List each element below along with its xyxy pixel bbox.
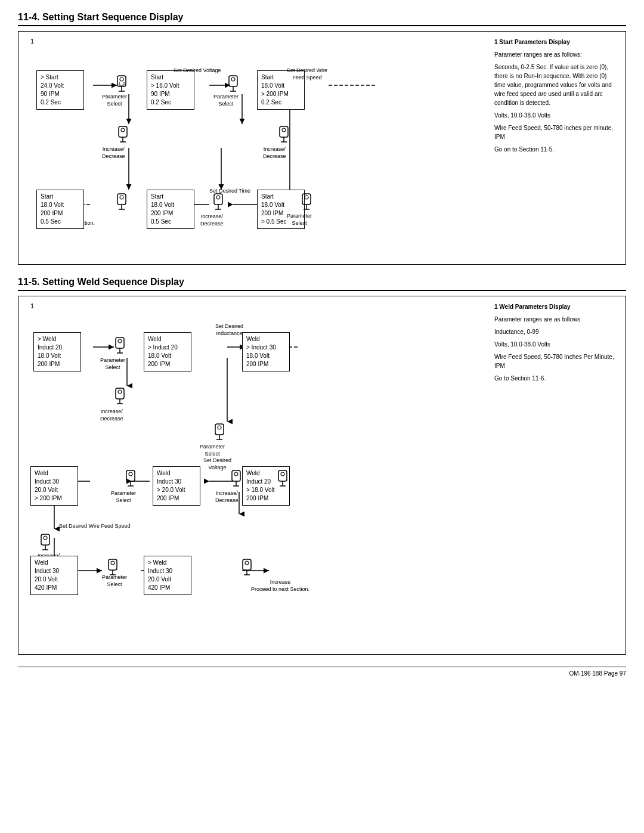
section5-num: 1 xyxy=(30,302,34,309)
box2-weld: Weld> Induct 2018.0 Volt200 IPM xyxy=(144,332,191,371)
touch-param-select-1[interactable] xyxy=(113,73,131,95)
set-inductance-label: Set DesiredInductance xyxy=(215,323,243,337)
touch5-param-3[interactable] xyxy=(274,468,292,490)
set-voltage-label: Set Desired Voltage xyxy=(174,67,221,75)
panel5-header: 1 Weld Parameters Display xyxy=(494,302,620,311)
touch5-param-2[interactable] xyxy=(210,422,228,443)
svg-point-67 xyxy=(118,390,122,394)
touch-increase[interactable] xyxy=(113,191,131,213)
touch-set-wire[interactable] xyxy=(275,124,293,145)
page-title-5: 11-5. Setting Weld Sequence Display xyxy=(18,277,626,291)
panel5-line3: Volts, 10.0-38.0 Volts xyxy=(494,340,620,349)
panel5-line5: Go to Section 11-6. xyxy=(494,374,620,383)
panel5-line1: Parameter ranges are as follows: xyxy=(494,315,620,324)
touch5-set-wire[interactable] xyxy=(36,532,54,553)
svg-point-30 xyxy=(282,128,286,132)
touch-param-select-3[interactable] xyxy=(224,73,242,95)
section4-box: 1 xyxy=(18,31,626,265)
increase-decrease5-1-label: Increase/Decrease xyxy=(100,408,123,422)
svg-point-18 xyxy=(120,78,123,81)
box4-weld: WeldInduct 3020.0 Volt> 200 IPM xyxy=(30,466,78,506)
panel4-line2: Seconds, 0-2.5 Sec. If value set is zero… xyxy=(494,63,620,107)
touch5-row3[interactable] xyxy=(104,557,122,578)
page-title-4: 11-4. Setting Start Sequence Display xyxy=(18,12,626,26)
svg-point-22 xyxy=(121,128,125,132)
section4-diagram: 1 xyxy=(24,38,482,258)
panel4-line1: Parameter ranges are as follows: xyxy=(494,50,620,59)
footer: OM-196 188 Page 97 xyxy=(18,667,626,677)
box5-weld: WeldInduct 30> 20.0 Volt200 IPM xyxy=(153,466,200,506)
section4-num: 1 xyxy=(30,38,34,45)
param-select5-1-label: ParameterSelect xyxy=(100,357,125,371)
box3-weld: Weld> Induct 3018.0 Volt200 IPM xyxy=(242,332,290,371)
box1-start: > Start24.0 Volt90 IPM0.2 Sec xyxy=(36,70,84,110)
svg-point-34 xyxy=(305,196,308,199)
svg-point-91 xyxy=(111,561,114,565)
param-select5-2-label: ParameterSelect xyxy=(200,444,225,457)
svg-point-42 xyxy=(120,196,123,199)
increase-decrease-label-3: Increase/Decrease xyxy=(200,213,224,227)
set-wire-label: Set Desired WireFeed Speed xyxy=(287,67,327,81)
touch-param-select-5[interactable] xyxy=(298,191,315,213)
touch-set-voltage[interactable] xyxy=(114,124,132,145)
touch5-incdec-2[interactable] xyxy=(227,468,245,490)
svg-point-71 xyxy=(218,426,221,429)
box1-weld: > WeldInduct 2018.0 Volt200 IPM xyxy=(33,332,81,371)
section5-diagram: 1 xyxy=(24,302,482,648)
panel4-line5: Go on to Section 11-5. xyxy=(494,145,620,154)
svg-point-75 xyxy=(281,472,284,476)
touch5-incdec-1[interactable] xyxy=(111,386,129,407)
section5-right-panel: 1 Weld Parameters Display Parameter rang… xyxy=(488,302,620,648)
param-select-label-3: ParameterSelect xyxy=(213,94,239,107)
section4-right-panel: 1 Start Parameters Display Parameter ran… xyxy=(488,38,620,258)
svg-point-87 xyxy=(44,536,47,540)
box4-start: Start18.0 Volt200 IPM0.5 Sec xyxy=(147,190,194,229)
set-wire5-label: Set Desired Wire Feed Speed xyxy=(59,523,131,530)
svg-point-26 xyxy=(231,78,235,81)
box6-start: Start18.0 Volt200 IPM0.5 Sec xyxy=(36,190,84,229)
box8-weld: > WeldInduct 3020.0 Volt420 IPM xyxy=(144,556,191,595)
param-select-label-1: ParameterSelect xyxy=(102,94,127,107)
touch5-param-1[interactable] xyxy=(111,335,129,357)
panel5-line2: Inductance, 0-99 xyxy=(494,327,620,336)
increase-decrease-label-1: Increase/Decrease xyxy=(102,146,125,160)
panel4-line3: Volts, 10.0-38.0 Volts xyxy=(494,111,620,120)
box2-start: Start> 18.0 Volt90 IPM0.2 Sec xyxy=(147,70,194,110)
svg-point-79 xyxy=(234,472,238,476)
increase-decrease5-2-label: Increase/Decrease xyxy=(215,490,239,504)
touch5-param-4[interactable] xyxy=(122,468,140,490)
increase-decrease-label-2: Increase/Decrease xyxy=(263,146,286,160)
svg-point-95 xyxy=(245,561,249,565)
svg-point-38 xyxy=(216,196,220,199)
section5-box: 1 xyxy=(18,296,626,655)
touch5-row3-right[interactable] xyxy=(238,557,256,578)
box7-weld: WeldInduct 3020.0 Volt420 IPM xyxy=(30,556,78,595)
panel4-line4: Wire Feed Speed, 50-780 inches per minut… xyxy=(494,123,620,141)
increase5-label: IncreaseProceed to next Section. xyxy=(251,579,309,593)
panel4-header: 1 Start Parameters Display xyxy=(494,38,620,47)
panel5-line4: Wire Feed Speed, 50-780 Inches Per Minut… xyxy=(494,352,620,370)
svg-point-63 xyxy=(118,339,122,343)
svg-point-83 xyxy=(129,472,132,476)
param-select5-4-label: ParameterSelect xyxy=(111,490,136,504)
footer-text: OM-196 188 Page 97 xyxy=(569,670,626,677)
param-select-label-5: ParameterSelect xyxy=(287,213,312,227)
touch-set-time[interactable] xyxy=(209,191,227,213)
